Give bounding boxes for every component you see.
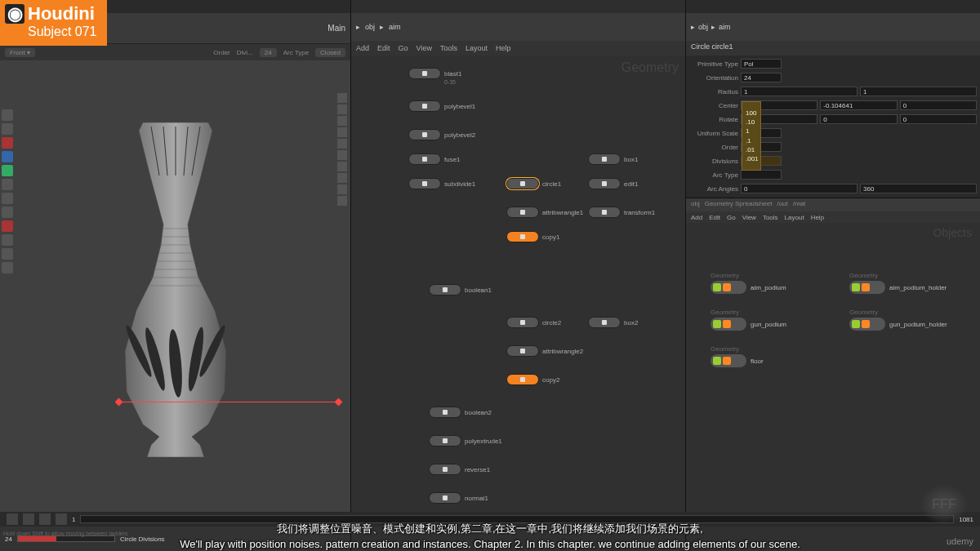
param-field[interactable]: 0 [900, 114, 977, 124]
menu-go[interactable]: Go [399, 44, 408, 52]
obj-tab[interactable]: obj [691, 200, 700, 210]
tool-icon[interactable] [2, 151, 13, 162]
menu-edit[interactable]: Edit [709, 214, 720, 221]
value-ladder-tooltip[interactable]: 100.101.1.01.001 [742, 101, 761, 171]
param-field[interactable] [741, 170, 782, 180]
node-polyextrude1[interactable]: polyextrude1 [429, 435, 502, 447]
display-icon[interactable] [337, 127, 347, 137]
network-canvas[interactable]: Geometry blast10-35polybevel1polybevel2f… [351, 56, 685, 551]
menu-view[interactable]: View [416, 44, 432, 52]
tool-icon[interactable] [2, 248, 13, 260]
viewport-3d-stage[interactable] [0, 60, 350, 527]
node-attribwrangle2[interactable]: attribwrangle2 [506, 345, 583, 357]
front-view-button[interactable]: Front ▾ [5, 48, 35, 57]
obj-tab[interactable]: /out [777, 200, 787, 210]
tool-icon[interactable] [2, 207, 13, 218]
node-polybevel1[interactable]: polybevel1 [408, 100, 475, 112]
node-blast1[interactable]: blast10-35 [408, 68, 461, 79]
param-field[interactable]: 24 [741, 73, 782, 82]
scale-gizmo[interactable] [118, 402, 339, 402]
tool-icon[interactable] [2, 193, 13, 204]
menu-tools[interactable]: Tools [440, 44, 457, 52]
viewport-toolbar: Front ▾ Order Divi... 24 Arc Type Closed [0, 44, 350, 60]
param-field[interactable]: -0.104641 [820, 100, 897, 110]
param-row: Primitive TypePol [689, 57, 977, 70]
tool-icon[interactable] [2, 109, 13, 121]
obj-node-gun_podium_holder[interactable]: Geometrygun_podium_holder [849, 309, 947, 331]
node-edit1[interactable]: edit1 [588, 178, 638, 189]
param-field[interactable]: 1 [860, 87, 977, 96]
obj-node-floor[interactable]: Geometryfloor [710, 345, 764, 367]
obj-tab[interactable]: /mat [793, 200, 806, 210]
obj-node-aim_podium[interactable]: Geometryaim_podium [710, 272, 786, 294]
menu-help[interactable]: Help [496, 44, 511, 52]
arctype-value[interactable]: Closed [315, 48, 345, 57]
menu-layout[interactable]: Layout [466, 44, 488, 52]
play-prev-button[interactable] [23, 513, 34, 525]
tool-icon[interactable] [2, 123, 13, 135]
param-field[interactable]: 360 [860, 184, 977, 193]
display-icon[interactable] [337, 116, 347, 126]
menu-go[interactable]: Go [727, 214, 736, 221]
display-icon[interactable] [337, 173, 347, 183]
obj-node-gun_podium[interactable]: Geometrygun_podium [710, 309, 786, 331]
menu-layout[interactable]: Layout [785, 214, 804, 221]
frame-current[interactable]: 1 [72, 516, 75, 523]
play-button[interactable] [39, 513, 51, 525]
timeline-track[interactable] [80, 515, 954, 523]
order-label: Order [213, 49, 229, 56]
menu-help[interactable]: Help [811, 214, 824, 221]
menu-add[interactable]: Add [691, 214, 702, 221]
node-transform1[interactable]: transform1 [588, 207, 655, 218]
network-breadcrumb[interactable]: ▸obj▸aim [351, 13, 685, 41]
node-copy1[interactable]: copy1 [506, 231, 559, 242]
node-box2[interactable]: box2 [588, 317, 638, 328]
tool-icon[interactable] [2, 262, 13, 273]
display-icon[interactable] [337, 150, 347, 160]
param-label: Radius [689, 88, 738, 96]
node-boolean1[interactable]: boolean1 [429, 284, 492, 295]
display-icon[interactable] [337, 162, 347, 171]
node-circle2[interactable]: circle2 [506, 317, 561, 328]
menu-add[interactable]: Add [356, 44, 369, 52]
menu-tools[interactable]: Tools [763, 214, 778, 221]
node-attribwrangle1[interactable]: attribwrangle1 [506, 207, 583, 218]
param-field[interactable]: 0 [900, 100, 977, 110]
tool-icon[interactable] [2, 165, 13, 176]
display-icon[interactable] [337, 139, 347, 149]
display-icon[interactable] [337, 93, 347, 103]
divisions-slider[interactable] [17, 535, 115, 542]
menu-edit[interactable]: Edit [377, 44, 390, 52]
tool-icon[interactable] [2, 137, 13, 149]
param-field[interactable]: 0 [741, 184, 858, 193]
node-subdivide1[interactable]: subdivide1 [408, 178, 475, 189]
param-row: Arc Type [689, 168, 977, 181]
menu-view[interactable]: View [742, 214, 756, 221]
display-icon[interactable] [337, 196, 347, 206]
obj-tab[interactable]: Geometry Spreadsheet [705, 200, 773, 210]
node-polybevel2[interactable]: polybevel2 [408, 129, 475, 140]
node-reverse1[interactable]: reverse1 [429, 464, 490, 475]
divisions-value[interactable]: 24 [260, 48, 277, 57]
display-icon[interactable] [337, 184, 347, 194]
param-label: Rotate [689, 116, 738, 123]
params-breadcrumb[interactable]: ▸obj▸aim [686, 13, 980, 41]
tool-icon[interactable] [2, 179, 13, 190]
display-icon[interactable] [337, 104, 347, 114]
play-next-button[interactable] [56, 513, 67, 525]
param-field[interactable]: 1 [741, 87, 858, 96]
tool-icon[interactable] [2, 234, 13, 246]
node-normal1[interactable]: normal1 [429, 492, 488, 504]
param-field[interactable]: Pol [741, 59, 782, 69]
obj-watermark: Objects [933, 226, 972, 239]
param-field[interactable]: 0 [820, 114, 897, 124]
play-start-button[interactable] [7, 513, 18, 525]
tool-icon[interactable] [2, 220, 13, 232]
obj-node-aim_podium_holder[interactable]: Geometryaim_podium_holder [849, 272, 947, 294]
node-copy2[interactable]: copy2 [506, 374, 559, 385]
node-circle1[interactable]: circle1 [506, 178, 561, 189]
node-fuse1[interactable]: fuse1 [408, 153, 461, 165]
node-box1[interactable]: box1 [588, 153, 638, 165]
param-row: Arc Angles0360 [689, 182, 977, 195]
node-boolean2[interactable]: boolean2 [429, 407, 492, 418]
